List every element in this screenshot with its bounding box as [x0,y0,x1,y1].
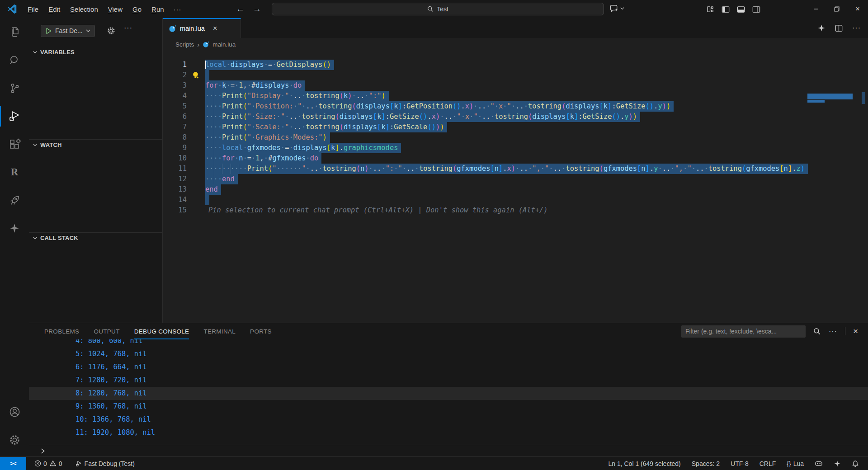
copilot-chat-button[interactable] [609,4,624,13]
console-row[interactable]: 6: 1176, 664, nil [29,361,868,374]
encoding-status[interactable]: UTF-8 [726,457,753,470]
section-header-watch[interactable]: WATCH [32,141,62,148]
customize-layout-icon[interactable] [706,5,715,14]
line-text: ····Print("Display·"·..·tostring(k)·..·"… [205,91,389,101]
console-row[interactable]: 9: 1360, 768, nil [29,400,868,413]
panel-tab-ports[interactable]: PORTS [250,323,272,339]
code-line[interactable]: 9····local·gfxmodes·=·displays[k].graphi… [163,143,807,153]
code-line[interactable]: 4····Print("Display·"·..·tostring(k)·..·… [163,91,807,101]
debug-session-status[interactable]: Fast Debug (Test) [71,457,139,470]
split-editor-icon[interactable] [835,24,843,33]
forward-arrow-icon[interactable]: → [253,4,261,14]
sidebar-item-copilot[interactable] [0,214,29,242]
menu-overflow-icon[interactable]: ··· [169,5,186,13]
console-row[interactable]: 11: 1920, 1080, nil [29,426,868,439]
console-row[interactable]: 5: 1024, 768, nil [29,348,868,361]
chevron-down-icon [86,28,90,33]
breadcrumb-file[interactable]: main.lua [212,41,236,48]
console-row[interactable]: 8: 1280, 768, nil [29,387,868,400]
sidebar-item-source-control[interactable] [0,74,29,102]
panel-close-icon[interactable]: × [853,326,858,336]
indent-guide [239,164,239,174]
code-line[interactable]: 7····Print("·Scale:·"·..·tostring(displa… [163,122,807,132]
menu-file[interactable]: File [23,5,43,13]
start-debug-icon[interactable] [45,28,52,34]
menu-run[interactable]: Run [146,5,169,13]
sidebar-item-extensions[interactable] [0,130,29,158]
eol-status[interactable]: CRLF [755,457,781,470]
console-row[interactable]: 7: 1280, 720, nil [29,374,868,387]
tab-main-lua[interactable]: main.lua × [163,18,241,38]
close-window-button[interactable]: × [847,0,868,18]
line-number: 2 [163,70,187,80]
debug-settings-button[interactable] [107,26,116,35]
code-line[interactable]: 11··········Print("······"·..·tostring(n… [163,164,807,174]
line-number: 3 [163,80,187,91]
code-line[interactable]: 5····Print("·Position:·"·..·tostring(dis… [163,101,807,112]
debug-console-input[interactable] [29,445,868,457]
tab-close-icon[interactable]: × [213,24,217,33]
panel-more-actions-icon[interactable]: ··· [829,327,837,335]
launch-config-dropdown[interactable]: Fast De... [41,25,95,37]
code-line[interactable]: 6····Print("·Size:·"·..·tostring(display… [163,112,807,122]
remote-indicator[interactable]: >< [0,457,26,470]
indentation-status[interactable]: Spaces: 2 [687,457,724,470]
accounts-button[interactable] [0,398,29,426]
cursor-position-status[interactable]: Ln 1, Col 1 (649 selected) [604,457,685,470]
editor-more-actions-icon[interactable]: ··· [852,24,861,32]
menu-selection[interactable]: Selection [65,5,103,13]
code-line[interactable]: 1local·displays·=·GetDisplays() [163,60,807,70]
copilot-status[interactable] [810,457,827,470]
code-line[interactable]: 12····end [163,174,807,184]
copilot-sparkle-status[interactable] [829,457,845,470]
toggle-panel-icon[interactable] [736,5,745,14]
find-icon[interactable] [813,328,821,335]
sidebar-item-run-and-debug[interactable] [0,102,29,130]
sidebar-item-rocket[interactable] [0,186,29,214]
copilot-edits-icon[interactable] [817,24,826,32]
section-header-variables[interactable]: VARIABLES [32,49,75,56]
code-line[interactable]: 8····Print("·Graphics·Modes:") [163,132,807,143]
console-row[interactable]: 10: 1366, 768, nil [29,413,868,426]
sidebar-item-r-language[interactable]: R [0,158,29,186]
code-line[interactable]: 14 [163,195,807,205]
console-row[interactable]: 4: 800, 600, nil [29,339,868,348]
code-line[interactable]: 13end [163,184,807,195]
minimap[interactable] [807,71,854,323]
console-filter-input[interactable] [681,325,806,338]
menu-go[interactable]: Go [127,5,146,13]
close-icon: × [855,5,860,14]
menu-view[interactable]: View [103,5,127,13]
code-line[interactable]: 2 [163,70,807,80]
code-line[interactable]: 15Pin selection to current chat prompt (… [163,205,807,216]
breadcrumb-folder[interactable]: Scripts [175,41,194,48]
code-editor[interactable]: 1local·displays·=·GetDisplays()23for·k·=… [163,51,868,323]
language-mode-status[interactable]: {} Lua [782,457,808,470]
panel-tab-output[interactable]: OUTPUT [94,323,119,339]
section-header-call-stack[interactable]: CALL STACK [32,235,78,241]
debug-console-output[interactable]: 4: 800, 600, nil5: 1024, 768, nil6: 1176… [29,339,868,445]
back-arrow-icon[interactable]: ← [236,4,245,14]
panel-tab-terminal[interactable]: TERMINAL [203,323,236,339]
settings-button[interactable] [0,426,29,454]
indentation-label: Spaces: 2 [692,460,720,467]
notifications-status[interactable] [847,457,863,470]
inline-chat-hint: Pin selection to current chat prompt (Ct… [208,205,548,216]
views-more-actions-button[interactable]: ··· [124,24,132,32]
sidebar-item-search[interactable] [0,46,29,74]
panel-tab-debug-console[interactable]: DEBUG CONSOLE [134,323,189,339]
panel-tab-problems[interactable]: PROBLEMS [44,323,79,339]
code-line[interactable]: 10····for·n·=·1,·#gfxmodes·do [163,153,807,164]
code-line[interactable]: 3for·k·=·1,·#displays·do [163,80,807,91]
problems-status[interactable]: 0 0 [30,457,67,470]
minimize-button[interactable] [806,0,826,18]
breadcrumb[interactable]: Scripts › main.lua [163,38,868,51]
toggle-secondary-sidebar-icon[interactable] [752,5,761,14]
toggle-primary-sidebar-icon[interactable] [721,5,730,14]
restore-button[interactable] [826,0,847,18]
command-center-search[interactable]: Test [272,3,604,15]
lightbulb-icon[interactable] [192,71,200,80]
menu-edit[interactable]: Edit [43,5,65,13]
minimap-selection-block [807,94,853,99]
sidebar-item-explorer[interactable] [0,18,29,46]
